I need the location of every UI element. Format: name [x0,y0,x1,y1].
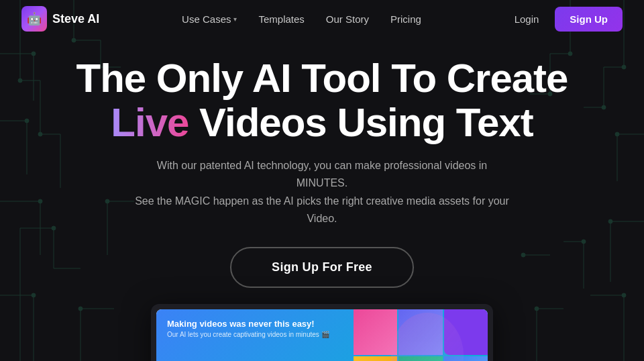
hero-cta-container: Sign Up For Free [27,247,617,288]
logo-icon: 🤖 [21,6,47,32]
video-preview: Making videos was never this easy! Our A… [151,304,493,361]
nav-links: Use Cases ▾ Templates Our Story Pricing [172,9,431,29]
svg-point-64 [391,312,464,361]
nav-our-story[interactable]: Our Story [317,9,378,29]
svg-point-31 [78,307,83,311]
svg-point-58 [535,307,539,311]
cta-button[interactable]: Sign Up For Free [230,247,414,288]
chevron-down-icon: ▾ [233,15,237,23]
hero-title-line2: Live Videos Using Text [27,101,617,145]
nav-pricing[interactable]: Pricing [381,9,431,29]
hero-subtitle: With our patented AI technology, you can… [134,157,510,228]
hero-title-line1: The Only AI Tool To Create [27,56,617,101]
nav-actions: Login Sign Up [504,7,623,32]
login-button[interactable]: Login [504,8,550,30]
nav-templates[interactable]: Templates [249,9,313,29]
signup-button[interactable]: Sign Up [555,7,623,32]
navbar: 🤖 Steve AI Use Cases ▾ Templates Our Sto… [0,0,644,38]
vp-header-title: Making videos was never this easy! [167,319,329,329]
logo[interactable]: 🤖 Steve AI [21,6,99,32]
hero-live-word: Live [111,100,189,145]
vp-header: Making videos was never this easy! Our A… [156,309,488,361]
vp-header-text: Making videos was never this easy! Our A… [167,319,329,338]
video-inner: Making videos was never this easy! Our A… [156,309,488,361]
hero-section: The Only AI Tool To Create Live Videos U… [0,38,644,288]
svg-point-28 [32,293,36,297]
nav-use-cases[interactable]: Use Cases ▾ [172,9,246,29]
vp-header-sub: Our AI lets you create captivating video… [167,331,329,338]
logo-text: Steve AI [52,12,99,26]
svg-point-49 [622,293,626,297]
